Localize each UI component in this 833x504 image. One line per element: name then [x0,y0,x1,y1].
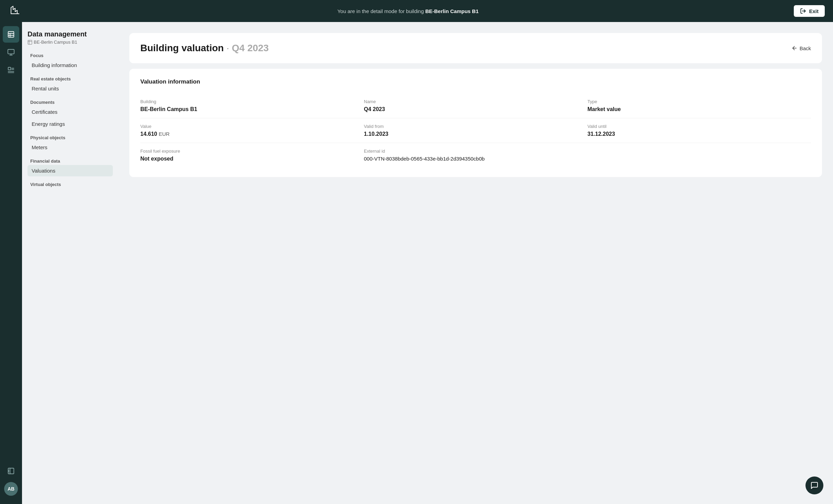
icon-rail: AB [0,22,22,504]
sidebar-item-rental-units[interactable]: Rental units [28,83,113,94]
sidebar-section-focus: Focus [28,53,113,58]
external-id-label: External id [364,149,811,154]
sidebar-section-physical: Physical objects [28,135,113,140]
icon-rail-list[interactable] [3,62,19,78]
sidebar-section-virtual: Virtual objects [28,182,113,187]
type-label: Type [587,99,811,104]
sidebar-subtitle: BE-Berlin Campus B1 [28,40,113,45]
sidebar-item-valuations[interactable]: Valuations [28,165,113,176]
type-value: Market value [587,106,811,112]
name-value: Q4 2023 [364,106,587,112]
sidebar-item-certificates[interactable]: Certificates [28,106,113,118]
fossil-value: Not exposed [140,156,364,162]
sidebar-section-financial: Financial data [28,158,113,164]
valid-until-label: Valid until [587,124,811,129]
name-label: Name [364,99,587,104]
valuation-grid: Building BE-Berlin Campus B1 Name Q4 202… [140,94,811,167]
user-avatar[interactable]: AB [4,482,18,496]
svg-rect-16 [28,40,32,44]
value-label: Value [140,124,364,129]
main-content: Building valuation · Q4 2023 Back Valuat… [118,22,833,504]
valid-from-label: Valid from [364,124,587,129]
topnav: You are in the detail mode for building … [0,0,833,22]
valid-until-value: 31.12.2023 [587,131,811,137]
valuation-section-title: Valuation information [140,78,811,85]
icon-rail-monitor[interactable] [3,44,19,61]
external-id-value: 000-VTN-8038bdeb-0565-433e-bb1d-2d394350… [364,156,811,162]
svg-rect-9 [8,67,11,70]
page-title: Building valuation · Q4 2023 [140,43,269,54]
sidebar-section-documents: Documents [28,100,113,105]
svg-rect-14 [8,468,14,474]
sidebar-section-real-estate: Real estate objects [28,76,113,81]
icon-rail-collapse[interactable] [3,463,19,479]
value-amount: 14.610 EUR [140,131,364,137]
building-label: Building [140,99,364,104]
building-cell: Building BE-Berlin Campus B1 [140,94,364,118]
icon-rail-table[interactable] [3,26,19,43]
name-cell: Name Q4 2023 [364,94,587,118]
type-cell: Type Market value [587,94,811,118]
sidebar-item-building-info[interactable]: Building information [28,59,113,71]
sidebar: Data management BE-Berlin Campus B1 Focu… [22,22,118,504]
valuation-info-card: Valuation information Building BE-Berlin… [129,69,822,177]
fossil-label: Fossil fuel exposure [140,149,364,154]
logo [8,3,22,19]
valid-until-cell: Valid until 31.12.2023 [587,118,811,143]
svg-rect-6 [8,50,14,54]
topnav-info: You are in the detail mode for building … [337,8,479,14]
chat-bubble[interactable] [805,476,823,494]
valid-from-value: 1.10.2023 [364,131,587,137]
value-cell: Value 14.610 EUR [140,118,364,143]
sidebar-title: Data management [28,30,113,38]
valid-from-cell: Valid from 1.10.2023 [364,118,587,143]
exit-button[interactable]: Exit [794,5,825,17]
sidebar-item-energy-ratings[interactable]: Energy ratings [28,118,113,130]
page-header: Building valuation · Q4 2023 Back [129,33,822,63]
building-value: BE-Berlin Campus B1 [140,106,364,112]
back-button[interactable]: Back [791,45,811,51]
fossil-cell: Fossil fuel exposure Not exposed [140,143,364,167]
external-id-cell: External id 000-VTN-8038bdeb-0565-433e-b… [364,143,811,167]
svg-rect-2 [8,32,14,37]
sidebar-item-meters[interactable]: Meters [28,142,113,153]
